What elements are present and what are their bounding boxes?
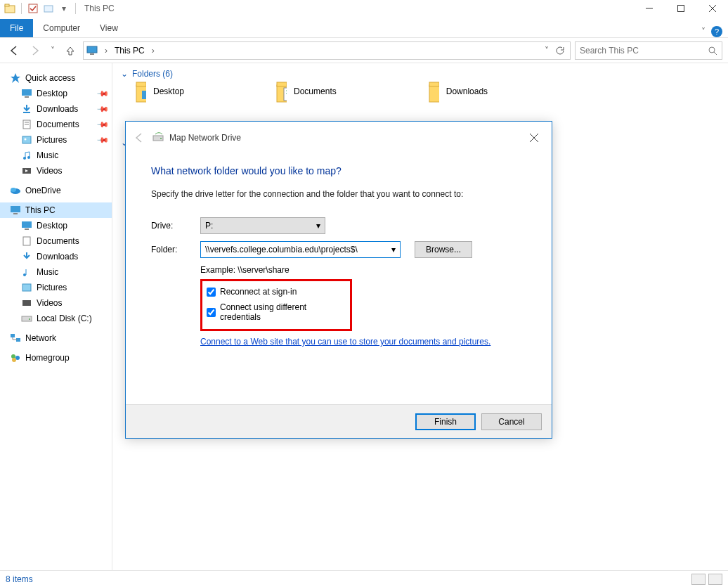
sidebar-item-pictures[interactable]: Pictures📌 — [0, 132, 112, 148]
svg-rect-5 — [677, 6, 684, 12]
sidebar-homegroup[interactable]: Homegroup — [0, 350, 112, 366]
sidebar-label: Homegroup — [25, 353, 70, 363]
downloads-icon — [21, 251, 32, 262]
sidebar-network[interactable]: Network — [0, 330, 112, 346]
forward-button[interactable] — [27, 42, 44, 59]
sidebar-item-downloads[interactable]: Downloads📌 — [0, 101, 112, 117]
homegroup-icon — [10, 352, 21, 363]
ribbon-expand-icon[interactable]: ˅ — [701, 27, 706, 37]
drive-dropdown[interactable]: P: ▾ — [200, 217, 325, 234]
search-input[interactable] — [580, 46, 699, 56]
sidebar-item-videos[interactable]: Videos — [0, 163, 112, 179]
chevron-right-icon[interactable]: › — [102, 46, 110, 56]
recent-dropdown-icon[interactable]: ˅ — [48, 42, 58, 59]
view-large-icons-button[interactable] — [708, 574, 722, 585]
svg-rect-27 — [11, 206, 20, 212]
close-button[interactable] — [696, 0, 728, 17]
highlighted-checkbox-area: Reconnect at sign-in Connect using diffe… — [200, 279, 352, 331]
svg-rect-8 — [87, 46, 97, 53]
sidebar-item-desktop[interactable]: Desktop — [0, 218, 112, 233]
svg-rect-37 — [11, 334, 15, 337]
folder-documents[interactable]: Documents — [275, 86, 337, 97]
svg-rect-28 — [13, 213, 18, 214]
star-icon — [10, 72, 21, 84]
sidebar-label: Desktop — [37, 89, 67, 98]
navigation-bar: ˅ › This PC › ˅ — [0, 38, 728, 63]
tab-file[interactable]: File — [0, 19, 33, 37]
address-segment[interactable]: This PC — [115, 46, 145, 56]
folder-icon — [428, 86, 439, 97]
tab-view[interactable]: View — [90, 19, 128, 37]
sidebar-label: Quick access — [25, 73, 75, 83]
cancel-button[interactable]: Cancel — [481, 413, 542, 430]
sidebar-item-documents[interactable]: Documents📌 — [0, 117, 112, 132]
sidebar-item-videos[interactable]: Videos — [0, 295, 112, 311]
minimize-button[interactable] — [633, 0, 665, 17]
finish-button[interactable]: Finish — [415, 413, 476, 430]
qat-newfolder-icon[interactable] — [43, 3, 54, 14]
folder-icon — [135, 86, 146, 97]
chevron-down-icon: ⌄ — [121, 69, 128, 79]
pin-icon: 📌 — [96, 86, 109, 100]
chevron-right-icon[interactable]: › — [149, 46, 157, 56]
status-bar: 8 items — [0, 570, 728, 587]
svg-point-32 — [23, 273, 26, 276]
reconnect-label[interactable]: Reconnect at sign-in — [220, 287, 297, 297]
svg-rect-14 — [25, 96, 29, 98]
folder-combobox[interactable]: \\vervefs.college.columbia.edu\projects$… — [200, 241, 401, 258]
folder-label: Desktop — [153, 86, 184, 96]
sidebar-quick-access[interactable]: Quick access — [0, 70, 112, 86]
different-credentials-checkbox[interactable] — [207, 308, 216, 317]
sidebar-label: Downloads — [37, 104, 78, 114]
sidebar-item-local-disk[interactable]: Local Disk (C:) — [0, 311, 112, 326]
folders-section-header[interactable]: ⌄ Folders (6) — [121, 69, 720, 79]
drive-label: Drive: — [151, 221, 200, 231]
search-box[interactable] — [575, 41, 722, 60]
search-icon[interactable] — [708, 46, 717, 56]
dialog-heading: What network folder would you like to ma… — [151, 165, 526, 176]
view-details-button[interactable] — [691, 574, 706, 585]
different-credentials-label[interactable]: Connect using different credentials — [220, 302, 346, 322]
window-titlebar: ▾ This PC — [0, 0, 728, 17]
sidebar-label: Videos — [37, 166, 62, 176]
dialog-back-button[interactable] — [133, 131, 145, 144]
address-bar[interactable]: › This PC › ˅ — [83, 41, 571, 60]
connect-website-link[interactable]: Connect to a Web site that you can use t… — [200, 337, 490, 347]
example-text: Example: \\server\share — [200, 265, 526, 275]
documents-icon — [21, 236, 32, 247]
svg-point-36 — [29, 318, 30, 320]
sidebar-item-music[interactable]: Music — [0, 148, 112, 163]
sidebar-item-documents[interactable]: Documents — [0, 233, 112, 249]
svg-point-21 — [23, 157, 26, 160]
chevron-down-icon: ▾ — [316, 221, 320, 231]
folder-desktop[interactable]: Desktop — [135, 86, 184, 97]
sidebar-label: Local Disk (C:) — [37, 314, 92, 323]
qat-dropdown-icon[interactable]: ▾ — [58, 3, 70, 14]
folder-value: \\vervefs.college.columbia.edu\projects$… — [205, 245, 358, 254]
dialog-close-button[interactable] — [524, 127, 545, 148]
sidebar-onedrive[interactable]: OneDrive — [0, 183, 112, 198]
svg-point-41 — [12, 358, 16, 362]
maximize-button[interactable] — [665, 0, 696, 17]
svg-rect-9 — [90, 53, 94, 55]
tab-computer[interactable]: Computer — [33, 19, 90, 37]
refresh-icon[interactable] — [552, 46, 567, 56]
sidebar-item-music[interactable]: Music — [0, 264, 112, 280]
folder-downloads[interactable]: Downloads — [428, 86, 488, 97]
help-icon[interactable]: ? — [711, 26, 722, 37]
up-button[interactable] — [62, 42, 79, 59]
svg-rect-1 — [5, 4, 9, 6]
sidebar-item-pictures[interactable]: Pictures — [0, 280, 112, 295]
ribbon-tabs: File Computer View ˅ ? — [0, 17, 728, 38]
sidebar-item-desktop[interactable]: Desktop📌 — [0, 86, 112, 101]
reconnect-checkbox[interactable] — [207, 288, 216, 297]
back-button[interactable] — [6, 42, 22, 59]
window-title: This PC — [84, 4, 115, 13]
sidebar-item-downloads[interactable]: Downloads — [0, 249, 112, 264]
svg-rect-3 — [44, 6, 53, 12]
svg-line-11 — [714, 52, 717, 55]
browse-button[interactable]: Browse... — [415, 241, 472, 258]
address-dropdown-icon[interactable]: ˅ — [545, 46, 549, 56]
sidebar-this-pc[interactable]: This PC — [0, 202, 112, 218]
qat-properties-icon[interactable] — [27, 3, 39, 14]
